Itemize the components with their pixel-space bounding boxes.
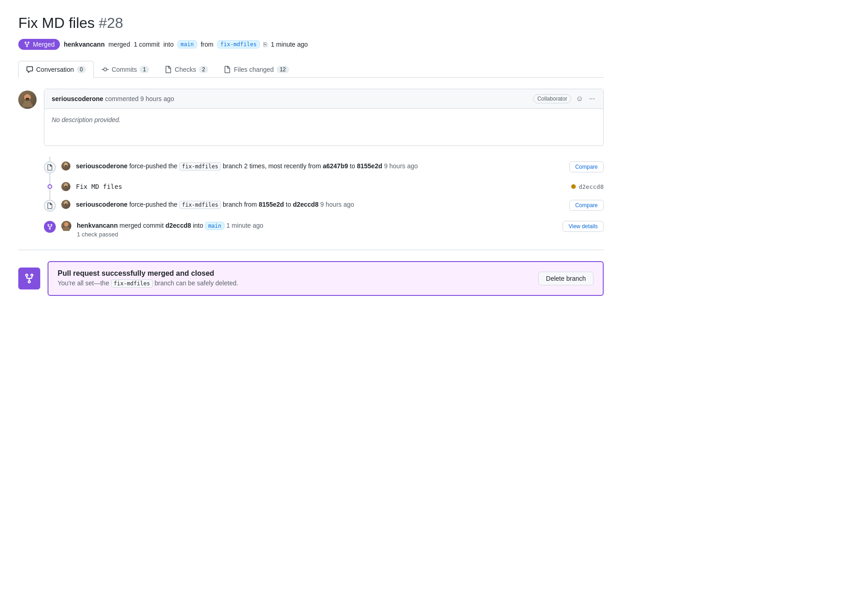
merge-activity-icon bbox=[47, 224, 53, 230]
force-push-icon-3 bbox=[47, 203, 53, 209]
from-commit-3: 8155e2d bbox=[259, 201, 284, 208]
comment-thread: seriouscoderone commented 9 hours ago Co… bbox=[18, 89, 604, 146]
tab-conversation-label: Conversation bbox=[36, 66, 74, 73]
copy-branch-icon[interactable]: ⎘ bbox=[263, 41, 267, 48]
merged-banner-merge-icon bbox=[24, 273, 35, 284]
commit-hash-2: d2eccd8 bbox=[579, 183, 604, 190]
checks-icon bbox=[165, 66, 172, 73]
comment-author-avatar bbox=[18, 91, 37, 109]
pr-time: 1 minute ago bbox=[271, 41, 308, 48]
pr-commit-count: 1 commit bbox=[134, 41, 160, 48]
user-avatar-2 bbox=[61, 182, 70, 191]
merged-banner-title: Pull request successfully merged and clo… bbox=[58, 269, 238, 278]
commit-dot-container bbox=[44, 181, 56, 193]
from-commit-1: a6247b9 bbox=[323, 162, 348, 170]
merge-text-row: henkvancann merged commit d2eccd8 into m… bbox=[77, 222, 557, 230]
tab-conversation-count: 0 bbox=[77, 66, 86, 73]
pr-into-text: into bbox=[163, 41, 174, 48]
merged-banner-box: Pull request successfully merged and clo… bbox=[48, 261, 604, 296]
activity-avatar-4 bbox=[61, 221, 71, 231]
to-commit-3: d2eccd8 bbox=[293, 201, 318, 208]
more-options-button[interactable]: ··· bbox=[588, 94, 596, 104]
tab-files-changed-label: Files changed bbox=[234, 66, 273, 73]
pr-from-text: from bbox=[201, 41, 214, 48]
tab-commits[interactable]: Commits 1 bbox=[94, 61, 157, 78]
activity-content-4: henkvancann merged commit d2eccd8 into m… bbox=[77, 221, 557, 238]
activity-author-3[interactable]: seriouscoderone bbox=[76, 201, 128, 208]
activity-branch-1: fix-mdfiles bbox=[179, 162, 221, 171]
tab-commits-count: 1 bbox=[139, 66, 149, 73]
activity-time-4: 1 minute ago bbox=[226, 222, 263, 229]
commit-avatar-2 bbox=[61, 182, 70, 191]
activity-time-3: 9 hours ago bbox=[320, 201, 354, 208]
svg-point-12 bbox=[65, 203, 67, 205]
pr-title: Fix MD files #28 bbox=[18, 15, 604, 32]
merged-badge-label: Merged bbox=[33, 41, 54, 48]
activity-author-4[interactable]: henkvancann bbox=[77, 222, 118, 229]
pr-author: henkvancann bbox=[64, 41, 104, 48]
user-avatar-4 bbox=[61, 221, 71, 231]
push-icon-1 bbox=[44, 161, 56, 173]
pr-meta: Merged henkvancann merged 1 commit into … bbox=[18, 39, 604, 50]
pr-head-branch[interactable]: fix-mdfiles bbox=[217, 40, 260, 48]
merged-banner-text: Pull request successfully merged and clo… bbox=[58, 269, 238, 288]
activity-timeline: seriouscoderone force-pushed the fix-mdf… bbox=[44, 157, 604, 242]
avatar-image bbox=[20, 92, 35, 107]
merged-banner: Pull request successfully merged and clo… bbox=[18, 261, 604, 296]
merge-branch-4: main bbox=[205, 222, 225, 230]
commit-message-2: Fix MD files bbox=[76, 183, 566, 190]
comment-body-text: No description provided. bbox=[52, 116, 121, 123]
commit-status-dot bbox=[571, 184, 576, 189]
comment-header: seriouscoderone commented 9 hours ago Co… bbox=[44, 89, 603, 109]
svg-point-10 bbox=[65, 186, 67, 187]
merge-commit-4: d2eccd8 bbox=[166, 222, 191, 229]
pr-merged-text: merged bbox=[108, 41, 130, 48]
activity-content-1: seriouscoderone force-pushed the fix-mdf… bbox=[76, 161, 564, 171]
comment-header-right: Collaborator ☺ ··· bbox=[533, 94, 596, 104]
activity-time-1: 9 hours ago bbox=[384, 162, 418, 170]
pr-base-branch[interactable]: main bbox=[177, 40, 197, 48]
pr-number: #28 bbox=[99, 15, 123, 31]
comment-author[interactable]: seriouscoderone bbox=[52, 95, 103, 102]
tab-files-changed-count: 12 bbox=[277, 66, 289, 73]
svg-point-8 bbox=[65, 165, 67, 166]
tab-checks[interactable]: Checks 2 bbox=[157, 61, 216, 78]
collaborator-badge: Collaborator bbox=[533, 94, 571, 103]
tab-files-changed[interactable]: Files changed 12 bbox=[216, 61, 297, 78]
delete-branch-button[interactable]: Delete branch bbox=[538, 272, 594, 285]
pr-title-text: Fix MD files bbox=[18, 15, 95, 31]
view-details-button[interactable]: View details bbox=[563, 221, 604, 232]
pr-tabs: Conversation 0 Commits 1 Checks 2 Files … bbox=[18, 61, 604, 78]
commit-circle bbox=[48, 184, 52, 189]
activity-author-1[interactable]: seriouscoderone bbox=[76, 162, 128, 170]
svg-point-6 bbox=[26, 98, 29, 100]
compare-button-3[interactable]: Compare bbox=[569, 200, 604, 211]
comment-meta: commented 9 hours ago bbox=[105, 95, 174, 102]
to-commit-1: 8155e2d bbox=[357, 162, 382, 170]
svg-point-13 bbox=[64, 222, 69, 227]
activity-item-1: seriouscoderone force-pushed the fix-mdf… bbox=[44, 157, 604, 178]
commit-hash-row: d2eccd8 bbox=[571, 183, 604, 190]
conversation-icon bbox=[26, 66, 33, 73]
activity-item-2: Fix MD files d2eccd8 bbox=[44, 178, 604, 195]
avatar-initials bbox=[18, 91, 37, 109]
section-divider bbox=[18, 250, 604, 250]
merged-banner-subtitle-after: branch can be safely deleted. bbox=[155, 279, 238, 287]
activity-item-4: henkvancann merged commit d2eccd8 into m… bbox=[44, 216, 604, 242]
activity-avatar-3 bbox=[61, 200, 70, 209]
merged-banner-subtitle: You're all set—the fix-mdfiles branch ca… bbox=[58, 279, 238, 288]
activity-item-3: seriouscoderone force-pushed the fix-mdf… bbox=[44, 195, 604, 216]
files-changed-icon bbox=[224, 66, 231, 73]
merged-badge: Merged bbox=[18, 39, 60, 50]
compare-button-1[interactable]: Compare bbox=[569, 161, 604, 172]
emoji-button[interactable]: ☺ bbox=[575, 94, 584, 104]
merged-banner-branch: fix-mdfiles bbox=[111, 279, 153, 288]
tab-checks-count: 2 bbox=[199, 66, 209, 73]
comment-body: No description provided. bbox=[44, 109, 603, 145]
comment-box: seriouscoderone commented 9 hours ago Co… bbox=[44, 89, 604, 146]
commits-icon bbox=[102, 66, 109, 73]
user-avatar-1 bbox=[61, 161, 70, 171]
tab-conversation[interactable]: Conversation 0 bbox=[18, 61, 94, 78]
tab-checks-label: Checks bbox=[175, 66, 196, 73]
comment-header-left: seriouscoderone commented 9 hours ago bbox=[52, 95, 174, 102]
